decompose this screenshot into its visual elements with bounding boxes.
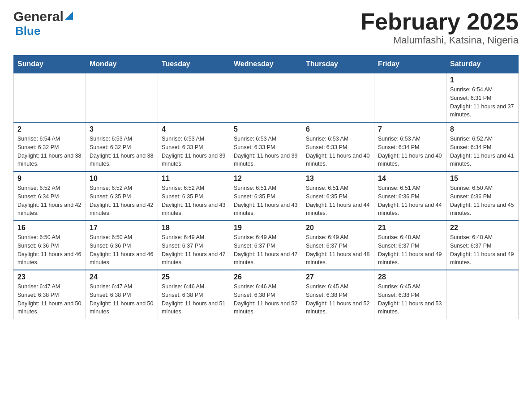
- day-number: 10: [90, 175, 154, 183]
- calendar-header-wednesday: Wednesday: [230, 56, 302, 73]
- calendar-week-2: 2Sunrise: 6:54 AM Sunset: 6:32 PM Daylig…: [14, 122, 519, 171]
- day-number: 24: [90, 273, 154, 281]
- day-number: 12: [234, 175, 298, 183]
- day-info: Sunrise: 6:48 AM Sunset: 6:37 PM Dayligh…: [378, 233, 442, 267]
- day-number: 11: [162, 175, 226, 183]
- calendar-cell: 10Sunrise: 6:52 AM Sunset: 6:35 PM Dayli…: [86, 171, 158, 221]
- day-number: 9: [17, 175, 82, 183]
- day-number: 26: [234, 273, 298, 281]
- day-number: 2: [17, 125, 82, 133]
- day-number: 14: [378, 175, 442, 183]
- day-info: Sunrise: 6:47 AM Sunset: 6:38 PM Dayligh…: [90, 283, 154, 316]
- calendar-header-sunday: Sunday: [14, 56, 86, 73]
- calendar-cell: [86, 73, 158, 122]
- calendar-cell: 4Sunrise: 6:53 AM Sunset: 6:33 PM Daylig…: [158, 122, 230, 171]
- day-number: 21: [378, 224, 442, 232]
- day-info: Sunrise: 6:51 AM Sunset: 6:36 PM Dayligh…: [378, 184, 442, 218]
- calendar-header-row: SundayMondayTuesdayWednesdayThursdayFrid…: [14, 56, 519, 73]
- day-number: 5: [234, 125, 298, 133]
- logo-blue-text: Blue: [15, 24, 40, 38]
- calendar-subtitle: Malumfashi, Katsina, Nigeria: [360, 34, 519, 46]
- day-number: 27: [306, 273, 370, 281]
- day-number: 4: [162, 125, 226, 133]
- calendar-cell: 8Sunrise: 6:52 AM Sunset: 6:34 PM Daylig…: [446, 122, 519, 171]
- calendar-cell: 7Sunrise: 6:53 AM Sunset: 6:34 PM Daylig…: [374, 122, 446, 171]
- day-number: 20: [306, 224, 370, 232]
- day-info: Sunrise: 6:52 AM Sunset: 6:34 PM Dayligh…: [450, 135, 515, 168]
- calendar-header-saturday: Saturday: [446, 56, 519, 73]
- day-number: 8: [450, 125, 515, 133]
- day-info: Sunrise: 6:52 AM Sunset: 6:35 PM Dayligh…: [90, 184, 154, 218]
- calendar-cell: 13Sunrise: 6:51 AM Sunset: 6:35 PM Dayli…: [302, 171, 374, 221]
- day-number: 28: [378, 273, 442, 281]
- calendar-cell: 15Sunrise: 6:50 AM Sunset: 6:36 PM Dayli…: [446, 171, 519, 221]
- day-number: 22: [450, 224, 515, 232]
- day-info: Sunrise: 6:46 AM Sunset: 6:38 PM Dayligh…: [162, 283, 226, 316]
- day-info: Sunrise: 6:53 AM Sunset: 6:34 PM Dayligh…: [378, 135, 442, 168]
- day-number: 7: [378, 125, 442, 133]
- calendar-cell: 2Sunrise: 6:54 AM Sunset: 6:32 PM Daylig…: [14, 122, 86, 171]
- day-info: Sunrise: 6:52 AM Sunset: 6:34 PM Dayligh…: [17, 184, 82, 218]
- calendar-cell: 6Sunrise: 6:53 AM Sunset: 6:33 PM Daylig…: [302, 122, 374, 171]
- calendar-cell: [446, 270, 519, 319]
- calendar-cell: [302, 73, 374, 122]
- day-info: Sunrise: 6:51 AM Sunset: 6:35 PM Dayligh…: [306, 184, 370, 218]
- calendar-cell: 23Sunrise: 6:47 AM Sunset: 6:38 PM Dayli…: [14, 270, 86, 319]
- page-header: General Blue February 2025 Malumfashi, K…: [13, 9, 519, 46]
- calendar-title: February 2025: [360, 9, 519, 34]
- day-info: Sunrise: 6:50 AM Sunset: 6:36 PM Dayligh…: [450, 184, 515, 218]
- logo-general-text: General: [13, 9, 64, 24]
- calendar-cell: 17Sunrise: 6:50 AM Sunset: 6:36 PM Dayli…: [86, 221, 158, 270]
- day-number: 19: [234, 224, 298, 232]
- calendar-cell: 25Sunrise: 6:46 AM Sunset: 6:38 PM Dayli…: [158, 270, 230, 319]
- day-number: 16: [17, 224, 82, 232]
- calendar-week-5: 23Sunrise: 6:47 AM Sunset: 6:38 PM Dayli…: [14, 270, 519, 319]
- calendar-cell: 16Sunrise: 6:50 AM Sunset: 6:36 PM Dayli…: [14, 221, 86, 270]
- calendar-cell: 3Sunrise: 6:53 AM Sunset: 6:32 PM Daylig…: [86, 122, 158, 171]
- day-number: 15: [450, 175, 515, 183]
- day-number: 18: [162, 224, 226, 232]
- day-info: Sunrise: 6:49 AM Sunset: 6:37 PM Dayligh…: [162, 233, 226, 267]
- day-info: Sunrise: 6:53 AM Sunset: 6:33 PM Dayligh…: [234, 135, 298, 168]
- calendar-cell: [14, 73, 86, 122]
- calendar-week-3: 9Sunrise: 6:52 AM Sunset: 6:34 PM Daylig…: [14, 171, 519, 221]
- calendar-cell: 19Sunrise: 6:49 AM Sunset: 6:37 PM Dayli…: [230, 221, 302, 270]
- calendar-header-monday: Monday: [86, 56, 158, 73]
- calendar-cell: 5Sunrise: 6:53 AM Sunset: 6:33 PM Daylig…: [230, 122, 302, 171]
- calendar-cell: 11Sunrise: 6:52 AM Sunset: 6:35 PM Dayli…: [158, 171, 230, 221]
- day-number: 25: [162, 273, 226, 281]
- calendar-cell: 21Sunrise: 6:48 AM Sunset: 6:37 PM Dayli…: [374, 221, 446, 270]
- calendar-cell: [230, 73, 302, 122]
- svg-marker-0: [65, 12, 73, 20]
- day-info: Sunrise: 6:50 AM Sunset: 6:36 PM Dayligh…: [90, 233, 154, 267]
- day-info: Sunrise: 6:53 AM Sunset: 6:33 PM Dayligh…: [162, 135, 226, 168]
- calendar-cell: 18Sunrise: 6:49 AM Sunset: 6:37 PM Dayli…: [158, 221, 230, 270]
- day-info: Sunrise: 6:53 AM Sunset: 6:32 PM Dayligh…: [90, 135, 154, 168]
- day-number: 1: [450, 76, 515, 84]
- calendar-cell: 24Sunrise: 6:47 AM Sunset: 6:38 PM Dayli…: [86, 270, 158, 319]
- day-info: Sunrise: 6:50 AM Sunset: 6:36 PM Dayligh…: [17, 233, 82, 267]
- day-number: 23: [17, 273, 82, 281]
- day-info: Sunrise: 6:49 AM Sunset: 6:37 PM Dayligh…: [306, 233, 370, 267]
- day-info: Sunrise: 6:49 AM Sunset: 6:37 PM Dayligh…: [234, 233, 298, 267]
- calendar-cell: 9Sunrise: 6:52 AM Sunset: 6:34 PM Daylig…: [14, 171, 86, 221]
- calendar-cell: 27Sunrise: 6:45 AM Sunset: 6:38 PM Dayli…: [302, 270, 374, 319]
- calendar-cell: 26Sunrise: 6:46 AM Sunset: 6:38 PM Dayli…: [230, 270, 302, 319]
- day-number: 6: [306, 125, 370, 133]
- logo-arrow-icon: [65, 12, 73, 21]
- day-info: Sunrise: 6:45 AM Sunset: 6:38 PM Dayligh…: [378, 283, 442, 316]
- calendar-header-thursday: Thursday: [302, 56, 374, 73]
- day-info: Sunrise: 6:48 AM Sunset: 6:37 PM Dayligh…: [450, 233, 515, 267]
- day-info: Sunrise: 6:46 AM Sunset: 6:38 PM Dayligh…: [234, 283, 298, 316]
- calendar-cell: [374, 73, 446, 122]
- calendar-cell: 12Sunrise: 6:51 AM Sunset: 6:35 PM Dayli…: [230, 171, 302, 221]
- day-info: Sunrise: 6:51 AM Sunset: 6:35 PM Dayligh…: [234, 184, 298, 218]
- calendar-cell: 22Sunrise: 6:48 AM Sunset: 6:37 PM Dayli…: [446, 221, 519, 270]
- day-info: Sunrise: 6:53 AM Sunset: 6:33 PM Dayligh…: [306, 135, 370, 168]
- calendar-cell: 20Sunrise: 6:49 AM Sunset: 6:37 PM Dayli…: [302, 221, 374, 270]
- calendar-header-tuesday: Tuesday: [158, 56, 230, 73]
- calendar-table: SundayMondayTuesdayWednesdayThursdayFrid…: [13, 55, 519, 319]
- calendar-cell: 14Sunrise: 6:51 AM Sunset: 6:36 PM Dayli…: [374, 171, 446, 221]
- day-number: 13: [306, 175, 370, 183]
- day-info: Sunrise: 6:54 AM Sunset: 6:31 PM Dayligh…: [450, 86, 515, 119]
